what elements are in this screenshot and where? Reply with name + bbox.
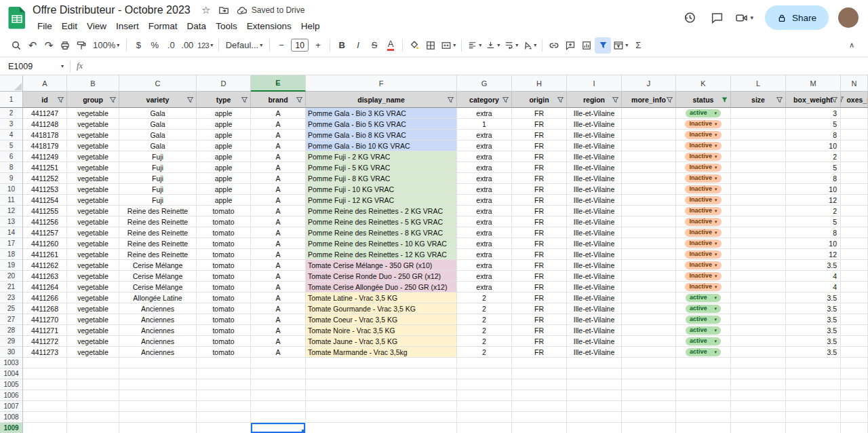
column-header-B[interactable]: B	[67, 75, 119, 92]
filter-funnel-icon[interactable]	[502, 96, 509, 103]
decrease-decimals-button[interactable]: .0	[163, 37, 179, 54]
cell-F30[interactable]: Tomate Marmande - Vrac 3,5kg	[306, 347, 457, 358]
cell-E5[interactable]: A	[251, 140, 306, 151]
cell-J4[interactable]	[622, 130, 676, 140]
cell-I9[interactable]: Ille-et-Vilaine	[567, 173, 622, 184]
cell-N19[interactable]	[841, 260, 868, 271]
status-chip-inactive[interactable]: Inactive▾	[685, 240, 721, 248]
cell-B1003[interactable]	[67, 358, 119, 369]
cell-C1006[interactable]	[119, 390, 197, 401]
cell-J18[interactable]	[622, 249, 676, 260]
cell-D1007[interactable]	[197, 401, 251, 412]
cell-N28[interactable]	[841, 325, 868, 336]
cell-F9[interactable]: Pomme Fuji - 8 KG VRAC	[306, 173, 457, 184]
cell-G29[interactable]: 2	[457, 336, 512, 347]
cell-N30[interactable]	[841, 347, 868, 358]
cell-G21[interactable]: extra	[457, 282, 512, 293]
cell-H3[interactable]: FR	[512, 119, 567, 130]
cell-I27[interactable]: Ille-et-Vilaine	[567, 314, 622, 325]
cell-B6[interactable]: vegetable	[67, 151, 119, 162]
cell-K28[interactable]: active▾	[676, 325, 731, 336]
cell-D6[interactable]: apple	[197, 151, 251, 162]
row-header-17[interactable]: 17	[0, 238, 23, 249]
cell-B23[interactable]: vegetable	[67, 293, 119, 303]
cell-K20[interactable]: Inactive▾	[676, 271, 731, 282]
cell-E6[interactable]: A	[251, 151, 306, 162]
cell-M17[interactable]: 10	[786, 238, 841, 249]
row-header-1009[interactable]: 1009	[0, 423, 23, 433]
increase-font-size-button[interactable]: +	[310, 37, 326, 54]
cell-B1009[interactable]	[67, 423, 119, 433]
cell-I1009[interactable]	[567, 423, 622, 433]
cell-K14[interactable]: Inactive▾	[676, 227, 731, 238]
select-all-corner[interactable]	[0, 75, 23, 92]
cell-C8[interactable]: Fuji	[119, 162, 197, 173]
cell-B4[interactable]: vegetable	[67, 130, 119, 140]
cell-N9[interactable]	[841, 173, 868, 184]
cell-N20[interactable]	[841, 271, 868, 282]
cell-M1003[interactable]	[786, 358, 841, 369]
row-header-1007[interactable]: 1007	[0, 401, 23, 412]
cell-A1008[interactable]	[23, 412, 67, 423]
cell-E30[interactable]: A	[251, 347, 306, 358]
row-header-25[interactable]: 25	[0, 303, 23, 314]
cell-F1005[interactable]	[306, 379, 457, 390]
cell-E3[interactable]: A	[251, 119, 306, 130]
cell-J25[interactable]	[622, 303, 676, 314]
status-chip-inactive[interactable]: Inactive▾	[685, 142, 721, 150]
cell-L29[interactable]	[731, 336, 786, 347]
filter-funnel-icon-active[interactable]	[721, 96, 728, 103]
filter-funnel-icon[interactable]	[776, 96, 783, 103]
cell-H1005[interactable]	[512, 379, 567, 390]
cell-E23[interactable]: A	[251, 293, 306, 303]
cell-G9[interactable]: extra	[457, 173, 512, 184]
menu-tools[interactable]: Tools	[211, 20, 242, 32]
cell-I28[interactable]: Ille-et-Vilaine	[567, 325, 622, 336]
cell-J1003[interactable]	[622, 358, 676, 369]
cell-E17[interactable]: A	[251, 238, 306, 249]
cell-B1008[interactable]	[67, 412, 119, 423]
cell-H1004[interactable]	[512, 369, 567, 379]
cell-J20[interactable]	[622, 271, 676, 282]
insert-chart-button[interactable]	[578, 37, 595, 54]
cell-D23[interactable]: tomato	[197, 293, 251, 303]
cell-G8[interactable]: extra	[457, 162, 512, 173]
search-icon[interactable]	[8, 37, 24, 54]
filter-funnel-icon[interactable]	[296, 96, 303, 103]
avatar[interactable]	[838, 7, 859, 28]
cell-F1009[interactable]	[306, 423, 457, 433]
cell-L27[interactable]	[731, 314, 786, 325]
filter-funnel-icon[interactable]	[186, 96, 194, 103]
status-chip-active[interactable]: active▾	[686, 326, 721, 335]
header-cell-status[interactable]: status	[676, 92, 731, 108]
cell-G25[interactable]: 2	[457, 303, 512, 314]
cell-M18[interactable]: 12	[786, 249, 841, 260]
italic-button[interactable]: I	[350, 37, 366, 54]
cell-L4[interactable]	[731, 130, 786, 140]
cell-N1003[interactable]	[841, 358, 868, 369]
column-header-I[interactable]: I	[567, 75, 622, 92]
cell-L30[interactable]	[731, 347, 786, 358]
row-header-19[interactable]: 19	[0, 260, 23, 271]
cell-B12[interactable]: vegetable	[67, 206, 119, 216]
cell-M1008[interactable]	[786, 412, 841, 423]
cell-G23[interactable]: 2	[457, 293, 512, 303]
cell-E18[interactable]: A	[251, 249, 306, 260]
cell-L9[interactable]	[731, 173, 786, 184]
cell-L17[interactable]	[731, 238, 786, 249]
cell-N21[interactable]	[841, 282, 868, 293]
cell-F5[interactable]: Pomme Gala - Bio 10 KG VRAC	[306, 140, 457, 151]
sheets-logo-icon[interactable]	[8, 6, 26, 29]
cell-C14[interactable]: Reine des Reinette	[119, 227, 197, 238]
cell-A17[interactable]: 4411260	[23, 238, 67, 249]
cell-A19[interactable]: 4411262	[23, 260, 67, 271]
cell-N6[interactable]	[841, 151, 868, 162]
cell-E4[interactable]: A	[251, 130, 306, 140]
row-header-13[interactable]: 13	[0, 216, 23, 227]
cell-B14[interactable]: vegetable	[67, 227, 119, 238]
cell-C17[interactable]: Reine des Reinette	[119, 238, 197, 249]
cell-D11[interactable]: apple	[197, 195, 251, 206]
cell-A1006[interactable]	[23, 390, 67, 401]
column-header-A[interactable]: A	[23, 75, 67, 92]
cell-K9[interactable]: Inactive▾	[676, 173, 731, 184]
